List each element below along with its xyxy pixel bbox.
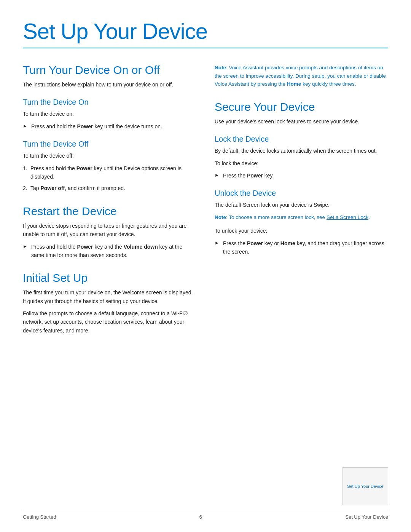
- section-turn-on-off-intro: The instructions below explain how to tu…: [23, 80, 196, 89]
- turn-off-item-2: 2. Tap Power off, and confirm if prompte…: [23, 184, 196, 192]
- power-bold-2: Power: [76, 165, 92, 171]
- page-title: Set Up Your Device: [23, 18, 388, 44]
- turn-off-intro: To turn the device off:: [23, 152, 196, 160]
- section-restart-title: Restart the Device: [23, 205, 196, 218]
- right-column: Note: Voice Assistant provides voice pro…: [215, 64, 388, 339]
- section-turn-on-off-title: Turn Your Device On or Off: [23, 64, 196, 77]
- volume-down-bold: Volume down: [124, 244, 158, 250]
- footer-right-text: Set Up Your Device: [345, 514, 388, 520]
- thumbnail-label: Set Up Your Device: [346, 482, 385, 490]
- footer-left-text: Getting Started: [23, 514, 56, 520]
- thumbnail-preview: Set Up Your Device: [342, 467, 388, 505]
- turn-off-item-1: 1. Press and hold the Power key until th…: [23, 164, 196, 181]
- bullet-arrow-restart-icon: ►: [23, 243, 27, 250]
- top-note: Note: Voice Assistant provides voice pro…: [215, 64, 388, 88]
- left-column: Turn Your Device On or Off The instructi…: [23, 64, 196, 339]
- lock-bullet-text: Press the Power key.: [223, 171, 274, 180]
- unlock-note-text: : To choose a more secure screen lock, s…: [226, 214, 327, 220]
- subsection-unlock-title: Unlock the Device: [215, 189, 388, 198]
- unlock-note-label: Note: [215, 214, 226, 220]
- footer-page-number: 6: [199, 514, 202, 520]
- unlock-bullet: ► Press the Power key or Home key, and t…: [215, 239, 388, 256]
- unlock-note-end: .: [368, 214, 370, 220]
- page-container: Set Up Your Device Turn Your Device On o…: [0, 0, 411, 532]
- restart-section: Restart the Device If your device stops …: [23, 205, 196, 260]
- lock-intro1: By default, the device locks automatical…: [215, 147, 388, 155]
- turn-off-list: 1. Press and hold the Power key until th…: [23, 164, 196, 193]
- power-bold-unlock: Power: [247, 240, 263, 246]
- power-bold-3: Power: [77, 244, 93, 250]
- initial-setup-para1: The first time you turn your device on, …: [23, 288, 196, 305]
- subsection-lock-title: Lock the Device: [215, 135, 388, 144]
- top-note-label: Note: [215, 65, 226, 70]
- initial-setup-para2: Follow the prompts to choose a default l…: [23, 309, 196, 335]
- power-bold-1: Power: [77, 123, 93, 129]
- turn-on-bullet: ► Press and hold the Power key until the…: [23, 122, 196, 131]
- bullet-arrow-icon: ►: [23, 123, 27, 130]
- turn-on-bullet-text: Press and hold the Power key until the d…: [31, 122, 162, 131]
- turn-on-intro: To turn the device on:: [23, 110, 196, 118]
- secure-device-section: Secure Your Device Use your device's scr…: [215, 101, 388, 256]
- home-bold-unlock: Home: [280, 240, 295, 246]
- top-note-text2: key quickly three times.: [301, 81, 356, 87]
- lock-intro2: To lock the device:: [215, 159, 388, 168]
- restart-bullet: ► Press and hold the Power key and the V…: [23, 243, 196, 260]
- unlock-bullet-text: Press the Power key or Home key, and the…: [223, 239, 388, 256]
- section-secure-title: Secure Your Device: [215, 101, 388, 113]
- bullet-arrow-lock-icon: ►: [215, 172, 219, 179]
- initial-setup-section: Initial Set Up The first time you turn y…: [23, 272, 196, 335]
- restart-bullet-text: Press and hold the Power key and the Vol…: [31, 243, 196, 260]
- subsection-turn-off-title: Turn the Device Off: [23, 140, 196, 149]
- two-col-layout: Turn Your Device On or Off The instructi…: [23, 64, 388, 339]
- restart-intro: If your device stops responding to taps …: [23, 222, 196, 239]
- lock-bullet: ► Press the Power key.: [215, 171, 388, 180]
- power-off-bold: Power off: [40, 185, 65, 191]
- set-screen-lock-link[interactable]: Set a Screen Lock: [327, 214, 368, 220]
- unlock-note: Note: To choose a more secure screen loc…: [215, 213, 388, 222]
- section-initial-setup-title: Initial Set Up: [23, 272, 196, 284]
- bullet-arrow-unlock-icon: ►: [215, 240, 219, 247]
- power-bold-lock: Power: [247, 173, 263, 179]
- unlock-intro2: To unlock your device:: [215, 227, 388, 235]
- unlock-intro1: The default Screen lock on your device i…: [215, 201, 388, 209]
- home-bold-note: Home: [287, 81, 301, 87]
- title-divider: [23, 48, 388, 48]
- subsection-turn-on-title: Turn the Device On: [23, 98, 196, 107]
- footer: Getting Started 6 Set Up Your Device: [23, 510, 388, 520]
- secure-intro: Use your device's screen lock features t…: [215, 117, 388, 126]
